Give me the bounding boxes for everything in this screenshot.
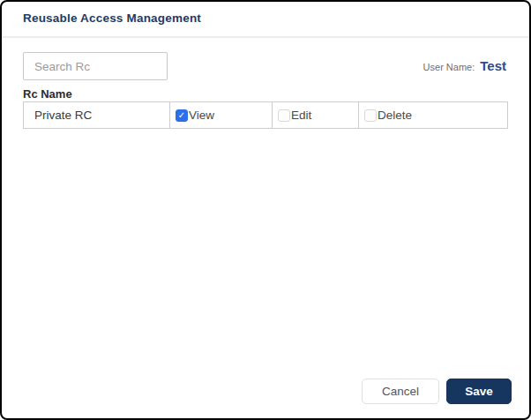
table-row-view-cell: View bbox=[170, 102, 273, 128]
view-checkbox-label: View bbox=[189, 109, 214, 122]
save-button[interactable]: Save bbox=[446, 379, 512, 404]
reusable-access-management-dialog: Reusable Access Management User Name: Te… bbox=[0, 0, 531, 420]
table-row-rc-name-cell: Private RC bbox=[24, 102, 170, 128]
dialog-footer: Cancel Save bbox=[362, 379, 512, 404]
table-row-delete-cell: Delete bbox=[359, 102, 507, 128]
edit-checkbox-label: Edit bbox=[291, 109, 311, 122]
delete-checkbox-label: Delete bbox=[378, 109, 412, 122]
user-name-block: User Name: Test bbox=[423, 58, 506, 73]
user-name-label: User Name: bbox=[423, 62, 475, 72]
dialog-title: Reusable Access Management bbox=[23, 11, 201, 25]
rc-permissions-table: Private RC View Edit Delete bbox=[23, 101, 508, 129]
delete-checkbox[interactable] bbox=[364, 109, 377, 122]
rc-name-column-header: Rc Name bbox=[23, 87, 72, 101]
user-name-value: Test bbox=[480, 58, 506, 73]
view-checkbox[interactable] bbox=[176, 109, 188, 122]
header-divider bbox=[2, 36, 529, 38]
rc-name-value: Private RC bbox=[34, 109, 92, 122]
cancel-button[interactable]: Cancel bbox=[362, 379, 439, 404]
table-row-edit-cell: Edit bbox=[273, 102, 359, 128]
edit-checkbox[interactable] bbox=[278, 109, 290, 122]
search-rc-input[interactable] bbox=[23, 52, 168, 80]
